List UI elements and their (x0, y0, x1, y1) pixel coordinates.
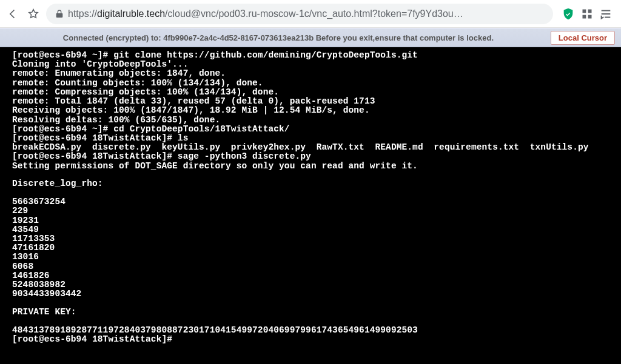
terminal-line: 5663673254 (12, 197, 619, 207)
svg-rect-2 (583, 15, 586, 18)
terminal-line: remote: Total 1847 (delta 33), reused 57… (12, 97, 619, 106)
terminal-line: [root@ecs-6b94 18TwistAttack]# (12, 335, 619, 344)
terminal-line: 19231 (12, 216, 619, 225)
terminal-line: breakECDSA.py discrete.py keyUtils.py pr… (12, 143, 619, 152)
terminal-line: 13016 (12, 253, 619, 262)
terminal-line: Receiving objects: 100% (1847/1847), 18.… (12, 106, 619, 115)
connection-status-text: Connected (encrypted) to: 4fb990e7-2a4c-… (6, 33, 551, 42)
terminal-line: Resolving deltas: 100% (635/635), done. (12, 116, 619, 125)
terminal-line: 47161820 (12, 243, 619, 253)
terminal-line: [root@ecs-6b94 ~]# git clone https://git… (12, 51, 619, 60)
terminal-line: 1461826 (12, 271, 619, 280)
terminal-line: remote: Counting objects: 100% (134/134)… (12, 79, 619, 88)
terminal-line (12, 189, 619, 198)
terminal-line: 9034433903442 (12, 290, 619, 299)
terminal-line: remote: Enumerating objects: 1847, done. (12, 69, 619, 78)
terminal-line: 6068 (12, 262, 619, 271)
url-text: https://digitalruble.tech/cloud@vnc/pod0… (68, 8, 463, 19)
svg-rect-1 (588, 9, 592, 13)
local-cursor-button[interactable]: Local Cursor (551, 31, 615, 45)
terminal-line: 5248038982 (12, 280, 619, 290)
terminal-line: Setting permissions of DOT_SAGE director… (12, 162, 619, 171)
reading-list-icon[interactable] (599, 7, 613, 21)
terminal-line: [root@ecs-6b94 ~]# cd CryptoDeepTools/18… (12, 125, 619, 134)
terminal-line: PRIVATE KEY: (12, 308, 619, 317)
terminal-line: Discrete_log_rho: (12, 179, 619, 188)
terminal-line: 11713353 (12, 234, 619, 243)
terminal-line: 229 (12, 207, 619, 216)
terminal-line (12, 171, 619, 180)
browser-toolbar: https://digitalruble.tech/cloud@vnc/pod0… (0, 0, 621, 28)
svg-rect-3 (588, 15, 592, 18)
lock-icon (55, 9, 64, 19)
vnc-status-bar: Connected (encrypted) to: 4fb990e7-2a4c-… (0, 28, 621, 47)
star-button[interactable] (25, 6, 41, 22)
terminal-line (12, 299, 619, 308)
terminal-line: [root@ecs-6b94 18TwistAttack]# ls (12, 134, 619, 143)
terminal-line: [root@ecs-6b94 18TwistAttack]# sage -pyt… (12, 152, 619, 161)
shield-icon[interactable] (562, 7, 575, 21)
terminal-line: 43549 (12, 225, 619, 234)
terminal-line: 4843137891892877119728403798088723017104… (12, 326, 619, 335)
apps-grid-icon[interactable] (581, 8, 593, 20)
terminal-output[interactable]: [root@ecs-6b94 ~]# git clone https://git… (0, 47, 621, 364)
svg-rect-0 (583, 9, 586, 13)
terminal-line: Cloning into 'CryptoDeepTools'... (12, 60, 619, 69)
address-bar[interactable]: https://digitalruble.tech/cloud@vnc/pod0… (46, 4, 553, 24)
back-button[interactable] (5, 6, 21, 22)
terminal-line (12, 317, 619, 326)
terminal-line: remote: Compressing objects: 100% (134/1… (12, 88, 619, 97)
